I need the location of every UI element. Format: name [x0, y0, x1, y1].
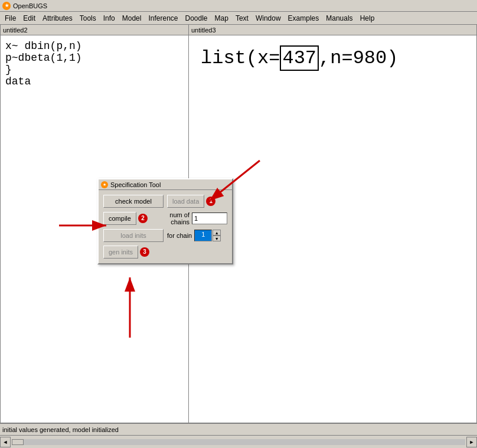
for-chain-row: for chain 1 ▲ ▼	[167, 230, 227, 241]
num-chains-row: num of chains	[167, 211, 227, 225]
status-bar: initial values generated, model initiali…	[0, 423, 477, 435]
menu-file[interactable]: File	[1, 13, 19, 24]
scroll-area: ◄ ►	[0, 435, 477, 448]
menu-attributes[interactable]: Attributes	[39, 13, 76, 24]
right-panel-titlebar: untitled3	[189, 25, 476, 35]
menu-text[interactable]: Text	[232, 13, 252, 24]
menu-bar: File Edit Attributes Tools Info Model In…	[0, 12, 477, 25]
dialog-title: Specification Tool	[110, 181, 161, 188]
title-bar: ★ OpenBUGS	[0, 0, 477, 12]
load-data-row: load data 1	[167, 195, 227, 208]
load-inits-button[interactable]: load inits	[103, 229, 164, 242]
check-model-button[interactable]: check model	[103, 195, 164, 208]
app-title: OpenBUGS	[13, 2, 47, 9]
spinner-down[interactable]: ▼	[213, 236, 221, 241]
menu-tools[interactable]: Tools	[76, 13, 100, 24]
code-line-1: x~ dbin(p,n)	[5, 40, 184, 52]
right-panel-title: untitled3	[191, 27, 216, 34]
menu-info[interactable]: Info	[100, 13, 119, 24]
menu-model[interactable]: Model	[119, 13, 145, 24]
compile-row: compile 2	[103, 212, 164, 225]
for-chain-label: for chain	[167, 232, 192, 239]
menu-edit[interactable]: Edit	[19, 13, 39, 24]
badge-3: 3	[140, 247, 149, 257]
left-panel-titlebar: untitled2	[1, 25, 188, 35]
scroll-left-button[interactable]: ◄	[0, 437, 11, 447]
num-chains-label: num of chains	[167, 211, 190, 225]
spinner-up[interactable]: ▲	[213, 230, 221, 236]
badge-1: 1	[206, 197, 215, 206]
scroll-track[interactable]	[12, 439, 465, 445]
scroll-right-button[interactable]: ►	[466, 437, 477, 447]
status-text: initial values generated, model initiali…	[2, 426, 119, 433]
code-line-3: }	[5, 64, 184, 76]
compile-button[interactable]: compile	[103, 212, 136, 225]
code-line-2: p~dbeta(1,1)	[5, 52, 184, 64]
for-chain-spinner: 1 ▲ ▼	[194, 230, 221, 241]
code-list-suffix: ,n=980)	[319, 47, 398, 69]
menu-window[interactable]: Window	[252, 13, 285, 24]
badge-2: 2	[138, 214, 148, 223]
scroll-thumb[interactable]	[12, 439, 24, 445]
gen-inits-button[interactable]: gen inits	[103, 246, 138, 259]
menu-examples[interactable]: Examples	[285, 13, 323, 24]
menu-inference[interactable]: Inference	[145, 13, 181, 24]
load-data-button[interactable]: load data	[167, 195, 204, 208]
left-panel-title: untitled2	[3, 27, 28, 34]
code-list-prefix: list(x=	[201, 47, 280, 69]
x-value: 437	[280, 45, 319, 71]
spinner-arrows: ▲ ▼	[213, 230, 221, 241]
for-chain-input[interactable]: 1	[194, 230, 212, 241]
main-area: untitled2 x~ dbin(p,n) p~dbeta(1,1) } da…	[0, 25, 477, 423]
menu-doodle[interactable]: Doodle	[182, 13, 211, 24]
code-line-4: data	[5, 76, 184, 87]
num-chains-input[interactable]	[192, 212, 227, 224]
menu-help[interactable]: Help	[357, 13, 378, 24]
gen-inits-row: gen inits 3	[103, 246, 164, 259]
menu-manuals[interactable]: Manuals	[322, 13, 356, 24]
app-icon: ★	[2, 2, 11, 10]
spec-dialog: ★ Specification Tool check model load da…	[97, 178, 233, 264]
dialog-content: check model load data 1 compile 2 num of…	[99, 190, 232, 263]
dialog-icon: ★	[101, 181, 108, 188]
dialog-titlebar: ★ Specification Tool	[99, 179, 232, 190]
menu-map[interactable]: Map	[211, 13, 232, 24]
